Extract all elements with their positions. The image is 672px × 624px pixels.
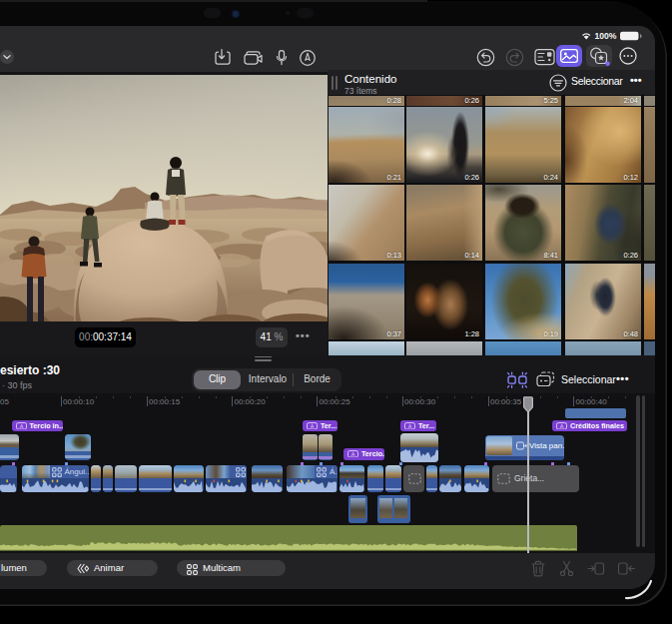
svg-text:A: A — [351, 450, 355, 456]
svg-text:100%: 100% — [595, 31, 617, 41]
svg-text:A: A — [408, 422, 412, 428]
svg-text:A: A — [560, 422, 564, 428]
svg-text:A: A — [19, 422, 23, 428]
svg-text:A: A — [311, 422, 315, 428]
